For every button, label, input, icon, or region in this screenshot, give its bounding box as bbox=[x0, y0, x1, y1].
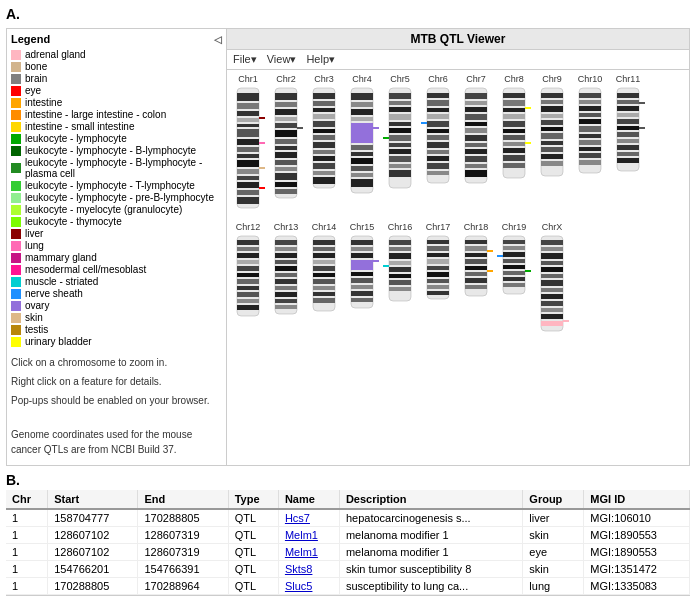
svg-rect-3 bbox=[237, 111, 259, 116]
chr-row-1: Chr1Chr2Chr3Chr4Chr5Chr6Chr7Chr8Chr9Chr1… bbox=[231, 74, 685, 214]
legend-item-label: intestine - large intestine - colon bbox=[25, 109, 166, 120]
chromosome-item[interactable]: Chr1 bbox=[231, 74, 265, 214]
table-cell: 128607102 bbox=[48, 544, 138, 561]
svg-rect-15 bbox=[237, 197, 259, 204]
legend-items-container: adrenal glandbonebraineyeintestineintest… bbox=[11, 49, 222, 347]
svg-rect-173 bbox=[275, 266, 297, 271]
legend-color-swatch bbox=[11, 277, 21, 287]
chromosome-item[interactable]: Chr10 bbox=[573, 74, 607, 214]
chromosome-svg[interactable] bbox=[611, 86, 645, 177]
chromosome-item[interactable]: Chr14 bbox=[307, 222, 341, 337]
chromosome-item[interactable]: Chr17 bbox=[421, 222, 455, 337]
legend-item: bone bbox=[11, 61, 222, 72]
table-col-header: Group bbox=[523, 490, 584, 509]
svg-rect-221 bbox=[427, 291, 449, 295]
chromosome-svg[interactable] bbox=[421, 234, 455, 305]
chromosome-item[interactable]: Chr6 bbox=[421, 74, 455, 214]
legend-color-swatch bbox=[11, 98, 21, 108]
legend-item: intestine bbox=[11, 97, 222, 108]
chromosome-svg[interactable] bbox=[269, 86, 303, 204]
chromosome-label: Chr3 bbox=[314, 74, 334, 84]
chromosome-svg[interactable] bbox=[573, 86, 607, 179]
chromosome-item[interactable]: Chr16 bbox=[383, 222, 417, 337]
svg-rect-120 bbox=[541, 100, 563, 104]
svg-rect-115 bbox=[503, 163, 525, 168]
legend-color-swatch bbox=[11, 62, 21, 72]
chromosome-label: Chr12 bbox=[236, 222, 261, 232]
chromosome-svg[interactable] bbox=[269, 234, 303, 320]
chromosome-item[interactable]: Chr8 bbox=[497, 74, 531, 214]
svg-rect-217 bbox=[427, 266, 449, 270]
chromosome-item[interactable]: Chr11 bbox=[611, 74, 645, 214]
svg-rect-51 bbox=[351, 93, 373, 100]
svg-rect-58 bbox=[351, 158, 373, 164]
chromosome-svg[interactable] bbox=[421, 86, 455, 189]
qtl-name-link[interactable]: Sluc5 bbox=[285, 580, 313, 592]
svg-rect-167 bbox=[237, 305, 259, 310]
svg-rect-81 bbox=[427, 114, 449, 119]
chromosome-item[interactable]: Chr4 bbox=[345, 74, 379, 214]
table-cell: 1 bbox=[6, 578, 48, 595]
chromosome-item[interactable]: Chr12 bbox=[231, 222, 265, 337]
chromosome-label: Chr2 bbox=[276, 74, 296, 84]
help-menu[interactable]: Help▾ bbox=[306, 53, 335, 66]
legend-item: intestine - small intestine bbox=[11, 121, 222, 132]
chromosome-item[interactable]: Chr9 bbox=[535, 74, 569, 214]
chromosome-svg[interactable] bbox=[231, 86, 265, 214]
table-cell: skin tumor susceptibility 8 bbox=[339, 561, 522, 578]
table-row: 1154766201154766391QTLSkts8skin tumor su… bbox=[6, 561, 690, 578]
chromosome-svg[interactable] bbox=[345, 234, 379, 314]
chromosome-svg[interactable] bbox=[307, 86, 341, 194]
chromosome-item[interactable]: Chr18 bbox=[459, 222, 493, 337]
chromosome-svg[interactable] bbox=[459, 86, 493, 189]
chromosome-svg[interactable] bbox=[497, 234, 531, 300]
chromosome-svg[interactable] bbox=[345, 86, 379, 199]
svg-rect-210 bbox=[389, 287, 411, 291]
chromosome-item[interactable]: Chr2 bbox=[269, 74, 303, 214]
chromosome-svg[interactable] bbox=[535, 86, 569, 182]
svg-rect-98 bbox=[465, 135, 487, 141]
chromosome-item[interactable]: Chr3 bbox=[307, 74, 341, 214]
chromosome-item[interactable]: Chr7 bbox=[459, 74, 493, 214]
file-menu[interactable]: File▾ bbox=[233, 53, 257, 66]
qtl-name-link[interactable]: Melm1 bbox=[285, 529, 318, 541]
chromosome-svg[interactable] bbox=[383, 86, 417, 194]
svg-rect-133 bbox=[579, 106, 601, 111]
svg-rect-193 bbox=[351, 247, 373, 251]
qtl-name-link[interactable]: Hcs7 bbox=[285, 512, 310, 524]
legend-color-swatch bbox=[11, 146, 21, 156]
svg-rect-205 bbox=[389, 253, 411, 259]
legend-item-label: mammary gland bbox=[25, 252, 97, 263]
chromosome-label: Chr15 bbox=[350, 222, 375, 232]
chromosome-svg[interactable] bbox=[383, 234, 417, 307]
chromosome-svg[interactable] bbox=[535, 234, 569, 337]
data-table: ChrStartEndTypeNameDescriptionGroupMGI I… bbox=[6, 490, 690, 595]
svg-rect-42 bbox=[313, 129, 335, 133]
svg-rect-145 bbox=[617, 106, 639, 111]
chromosome-item[interactable]: Chr19 bbox=[497, 222, 531, 337]
chromosome-item[interactable]: Chr15 bbox=[345, 222, 379, 337]
svg-rect-179 bbox=[275, 305, 297, 309]
qtl-name-link[interactable]: Melm1 bbox=[285, 546, 318, 558]
qtl-name-link[interactable]: Skts8 bbox=[285, 563, 313, 575]
chromosome-svg[interactable] bbox=[231, 234, 265, 322]
legend-item: leukocyte - thymocyte bbox=[11, 216, 222, 227]
table-col-header: MGI ID bbox=[584, 490, 690, 509]
chromosome-item[interactable]: Chr13 bbox=[269, 222, 303, 337]
svg-rect-89 bbox=[427, 171, 449, 175]
chromosome-item[interactable]: ChrX bbox=[535, 222, 569, 337]
svg-rect-85 bbox=[427, 142, 449, 148]
legend-collapse-btn[interactable]: ◁ bbox=[214, 34, 222, 45]
table-cell: QTL bbox=[228, 561, 278, 578]
view-menu[interactable]: View▾ bbox=[267, 53, 297, 66]
instruction-4: Genome coordinates used for the mouse ca… bbox=[11, 427, 222, 457]
chromosome-svg[interactable] bbox=[307, 234, 341, 317]
table-row: 1158704777170288805QTLHcs7hepatocarcinog… bbox=[6, 509, 690, 527]
svg-rect-208 bbox=[389, 274, 411, 278]
chromosome-svg[interactable] bbox=[459, 234, 493, 302]
svg-rect-187 bbox=[313, 279, 335, 284]
svg-rect-103 bbox=[465, 170, 487, 177]
chromosome-item[interactable]: Chr5 bbox=[383, 74, 417, 214]
svg-rect-79 bbox=[427, 100, 449, 106]
chromosome-svg[interactable] bbox=[497, 86, 531, 184]
